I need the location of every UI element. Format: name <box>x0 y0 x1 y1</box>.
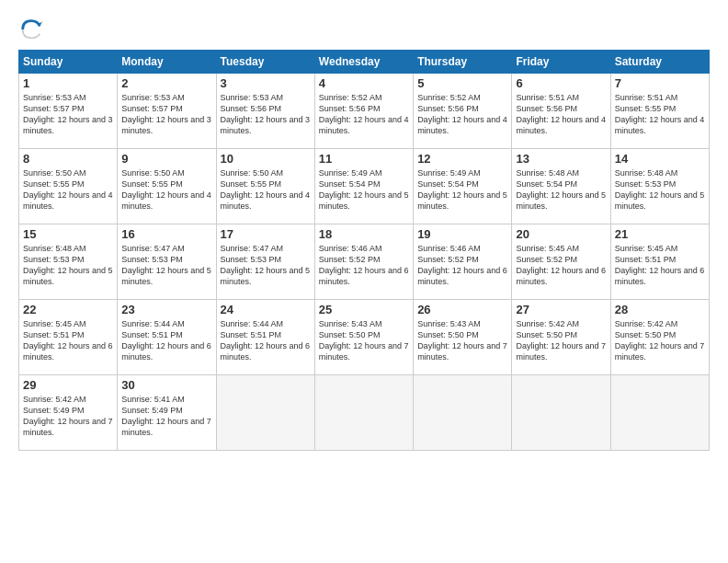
calendar-cell: 9 Sunrise: 5:50 AM Sunset: 5:55 PM Dayli… <box>118 149 216 224</box>
logo <box>18 17 46 42</box>
calendar-cell: 15 Sunrise: 5:48 AM Sunset: 5:53 PM Dayl… <box>19 224 118 300</box>
calendar-cell: 2 Sunrise: 5:53 AM Sunset: 5:57 PM Dayli… <box>118 74 216 149</box>
cell-info: Sunrise: 5:52 AM Sunset: 5:56 PM Dayligh… <box>417 92 507 137</box>
calendar-cell: 13 Sunrise: 5:48 AM Sunset: 5:54 PM Dayl… <box>512 149 610 224</box>
day-number: 19 <box>417 227 507 241</box>
day-number: 4 <box>319 76 409 90</box>
day-number: 23 <box>121 303 211 316</box>
day-number: 30 <box>121 378 211 392</box>
calendar-cell: 8 Sunrise: 5:50 AM Sunset: 5:55 PM Dayli… <box>19 149 118 224</box>
day-header-thursday: Thursday <box>414 51 512 74</box>
calendar-cell: 25 Sunrise: 5:43 AM Sunset: 5:50 PM Dayl… <box>314 300 413 375</box>
cell-info: Sunrise: 5:49 AM Sunset: 5:54 PM Dayligh… <box>417 167 507 213</box>
calendar-cell: 17 Sunrise: 5:47 AM Sunset: 5:53 PM Dayl… <box>216 224 314 300</box>
day-number: 24 <box>221 303 311 316</box>
day-number: 13 <box>516 152 606 166</box>
day-number: 15 <box>23 227 113 241</box>
calendar-cell: 29 Sunrise: 5:42 AM Sunset: 5:49 PM Dayl… <box>19 375 118 451</box>
day-number: 22 <box>23 303 113 316</box>
cell-info: Sunrise: 5:47 AM Sunset: 5:53 PM Dayligh… <box>121 243 211 288</box>
day-number: 29 <box>23 378 113 392</box>
calendar-cell: 7 Sunrise: 5:51 AM Sunset: 5:55 PM Dayli… <box>610 74 709 149</box>
calendar-cell: 16 Sunrise: 5:47 AM Sunset: 5:53 PM Dayl… <box>118 224 216 300</box>
calendar-cell: 22 Sunrise: 5:45 AM Sunset: 5:51 PM Dayl… <box>19 300 118 375</box>
cell-info: Sunrise: 5:49 AM Sunset: 5:54 PM Dayligh… <box>319 167 409 213</box>
calendar-cell: 21 Sunrise: 5:45 AM Sunset: 5:51 PM Dayl… <box>610 224 709 300</box>
day-number: 1 <box>23 76 113 90</box>
cell-info: Sunrise: 5:43 AM Sunset: 5:50 PM Dayligh… <box>417 318 507 363</box>
day-number: 18 <box>319 227 409 241</box>
day-number: 20 <box>516 227 606 241</box>
cell-info: Sunrise: 5:50 AM Sunset: 5:55 PM Dayligh… <box>221 167 311 213</box>
cell-info: Sunrise: 5:42 AM Sunset: 5:50 PM Dayligh… <box>615 318 705 363</box>
day-number: 28 <box>615 303 705 316</box>
day-number: 12 <box>417 152 507 166</box>
calendar-cell: 20 Sunrise: 5:45 AM Sunset: 5:52 PM Dayl… <box>512 224 610 300</box>
day-number: 2 <box>121 76 211 90</box>
calendar-cell: 26 Sunrise: 5:43 AM Sunset: 5:50 PM Dayl… <box>414 300 512 375</box>
cell-info: Sunrise: 5:48 AM Sunset: 5:53 PM Dayligh… <box>615 167 705 213</box>
cell-info: Sunrise: 5:44 AM Sunset: 5:51 PM Dayligh… <box>121 318 211 363</box>
day-number: 26 <box>417 303 507 316</box>
day-number: 11 <box>319 152 409 166</box>
calendar-cell: 1 Sunrise: 5:53 AM Sunset: 5:57 PM Dayli… <box>19 74 118 149</box>
cell-info: Sunrise: 5:43 AM Sunset: 5:50 PM Dayligh… <box>319 318 409 363</box>
cell-info: Sunrise: 5:51 AM Sunset: 5:55 PM Dayligh… <box>615 92 705 137</box>
day-number: 17 <box>221 227 311 241</box>
day-header-saturday: Saturday <box>610 51 709 74</box>
cell-info: Sunrise: 5:48 AM Sunset: 5:54 PM Dayligh… <box>516 167 606 213</box>
calendar-cell: 30 Sunrise: 5:41 AM Sunset: 5:49 PM Dayl… <box>118 375 216 451</box>
cell-info: Sunrise: 5:48 AM Sunset: 5:53 PM Dayligh… <box>23 243 113 288</box>
day-number: 27 <box>516 303 606 316</box>
day-number: 8 <box>23 152 113 166</box>
calendar-cell: 11 Sunrise: 5:49 AM Sunset: 5:54 PM Dayl… <box>314 149 413 224</box>
cell-info: Sunrise: 5:50 AM Sunset: 5:55 PM Dayligh… <box>121 167 211 213</box>
cell-info: Sunrise: 5:46 AM Sunset: 5:52 PM Dayligh… <box>319 243 409 288</box>
day-header-sunday: Sunday <box>19 51 118 74</box>
day-number: 16 <box>121 227 211 241</box>
day-number: 9 <box>121 152 211 166</box>
cell-info: Sunrise: 5:46 AM Sunset: 5:52 PM Dayligh… <box>417 243 507 288</box>
calendar-cell <box>610 375 709 451</box>
day-number: 3 <box>221 76 311 90</box>
calendar-cell: 5 Sunrise: 5:52 AM Sunset: 5:56 PM Dayli… <box>414 74 512 149</box>
calendar-cell <box>414 375 512 451</box>
cell-info: Sunrise: 5:45 AM Sunset: 5:51 PM Dayligh… <box>615 243 705 288</box>
cell-info: Sunrise: 5:51 AM Sunset: 5:56 PM Dayligh… <box>516 92 606 137</box>
cell-info: Sunrise: 5:42 AM Sunset: 5:49 PM Dayligh… <box>23 394 113 439</box>
calendar-cell <box>216 375 314 451</box>
day-number: 25 <box>319 303 409 316</box>
cell-info: Sunrise: 5:45 AM Sunset: 5:51 PM Dayligh… <box>23 318 113 363</box>
day-header-tuesday: Tuesday <box>216 51 314 74</box>
calendar-cell: 28 Sunrise: 5:42 AM Sunset: 5:50 PM Dayl… <box>610 300 709 375</box>
calendar-cell: 19 Sunrise: 5:46 AM Sunset: 5:52 PM Dayl… <box>414 224 512 300</box>
day-header-wednesday: Wednesday <box>314 51 413 74</box>
day-number: 5 <box>417 76 507 90</box>
cell-info: Sunrise: 5:53 AM Sunset: 5:57 PM Dayligh… <box>23 92 113 137</box>
day-header-monday: Monday <box>118 51 216 74</box>
cell-info: Sunrise: 5:44 AM Sunset: 5:51 PM Dayligh… <box>221 318 311 363</box>
calendar-cell: 3 Sunrise: 5:53 AM Sunset: 5:56 PM Dayli… <box>216 74 314 149</box>
day-number: 7 <box>615 76 705 90</box>
cell-info: Sunrise: 5:53 AM Sunset: 5:56 PM Dayligh… <box>221 92 311 137</box>
calendar-cell <box>314 375 413 451</box>
calendar-cell: 24 Sunrise: 5:44 AM Sunset: 5:51 PM Dayl… <box>216 300 314 375</box>
day-number: 21 <box>615 227 705 241</box>
cell-info: Sunrise: 5:41 AM Sunset: 5:49 PM Dayligh… <box>121 394 211 439</box>
calendar-cell: 14 Sunrise: 5:48 AM Sunset: 5:53 PM Dayl… <box>610 149 709 224</box>
cell-info: Sunrise: 5:47 AM Sunset: 5:53 PM Dayligh… <box>221 243 311 288</box>
calendar-cell: 18 Sunrise: 5:46 AM Sunset: 5:52 PM Dayl… <box>314 224 413 300</box>
calendar-cell: 27 Sunrise: 5:42 AM Sunset: 5:50 PM Dayl… <box>512 300 610 375</box>
cell-info: Sunrise: 5:42 AM Sunset: 5:50 PM Dayligh… <box>516 318 606 363</box>
cell-info: Sunrise: 5:53 AM Sunset: 5:57 PM Dayligh… <box>121 92 211 137</box>
cell-info: Sunrise: 5:45 AM Sunset: 5:52 PM Dayligh… <box>516 243 606 288</box>
calendar-cell: 10 Sunrise: 5:50 AM Sunset: 5:55 PM Dayl… <box>216 149 314 224</box>
cell-info: Sunrise: 5:52 AM Sunset: 5:56 PM Dayligh… <box>319 92 409 137</box>
day-header-friday: Friday <box>512 51 610 74</box>
cell-info: Sunrise: 5:50 AM Sunset: 5:55 PM Dayligh… <box>23 167 113 213</box>
day-number: 14 <box>615 152 705 166</box>
calendar-cell: 12 Sunrise: 5:49 AM Sunset: 5:54 PM Dayl… <box>414 149 512 224</box>
day-number: 6 <box>516 76 606 90</box>
calendar-cell: 23 Sunrise: 5:44 AM Sunset: 5:51 PM Dayl… <box>118 300 216 375</box>
day-number: 10 <box>221 152 311 166</box>
